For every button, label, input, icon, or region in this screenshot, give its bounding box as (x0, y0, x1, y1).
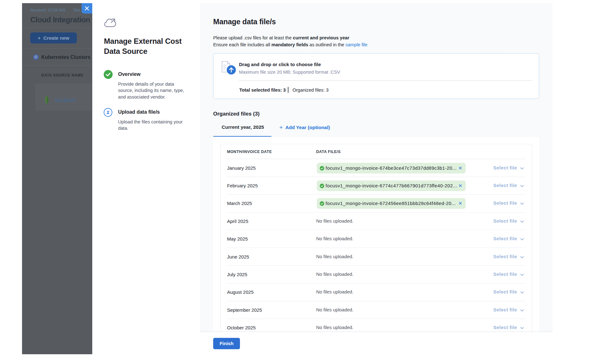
svg-text:2: 2 (107, 110, 109, 115)
